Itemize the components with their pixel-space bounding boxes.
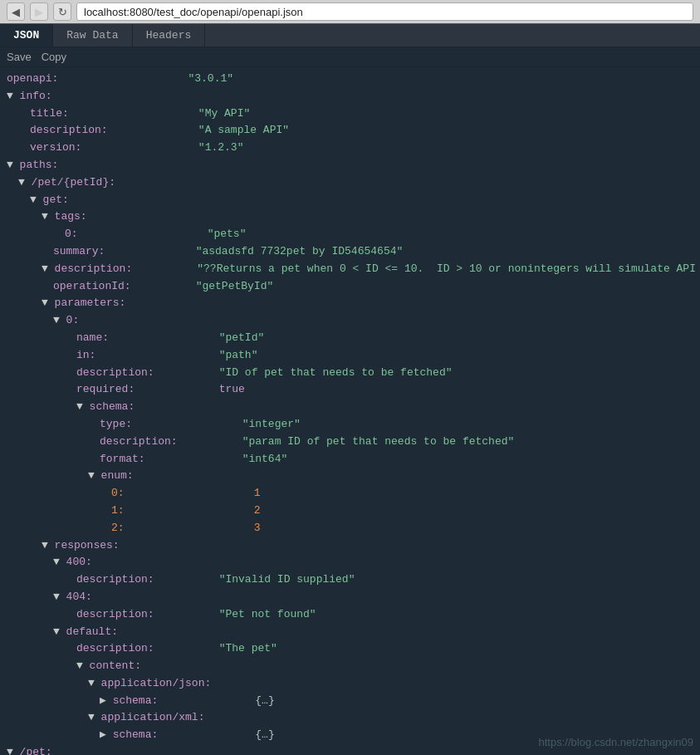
404-arrow[interactable]: ▼ [53,589,66,606]
line-param-0: ▼ 0: [7,312,693,330]
line-summary: summary: "asdadsfd 7732pet by ID54654654… [7,243,693,261]
line-responses: ▼ responses: [7,537,693,555]
app-json-schema-arrow[interactable]: ▶ [100,693,113,710]
line-info: ▼ info: [7,88,693,105]
browser-chrome: ◀ ▶ ↻ [0,0,700,24]
line-enum-0: 0: 1 [7,485,693,503]
tab-json[interactable]: JSON [0,24,53,47]
app-json-arrow[interactable]: ▼ [88,675,101,693]
line-format: format: "int64" [7,451,693,468]
line-version: version: "1.2.3" [7,140,693,157]
line-description: description: "A sample API" [7,122,693,140]
toolbar: Save Copy [0,47,700,67]
line-app-xml: ▼ application/xml: [7,709,693,727]
address-bar[interactable] [76,2,693,21]
line-param-description: description: "ID of pet that needs to be… [7,365,693,382]
tab-bar: JSON Raw Data Headers [0,24,700,47]
tags-arrow[interactable]: ▼ [42,208,55,226]
line-schema: ▼ schema: [7,399,693,416]
line-404: ▼ 404: [7,589,693,606]
line-404-description: description: "Pet not found" [7,606,693,624]
json-content: openapi: "3.0.1" ▼ info: title: "My API"… [0,67,700,755]
content-arrow[interactable]: ▼ [76,658,90,675]
pet-root-arrow[interactable]: ▼ [7,744,20,755]
line-in: in: "path" [7,347,693,365]
reload-button[interactable]: ↻ [53,2,71,21]
forward-button[interactable]: ▶ [30,2,48,21]
tab-raw-data[interactable]: Raw Data [53,24,132,47]
parameters-arrow[interactable]: ▼ [42,295,55,312]
400-arrow[interactable]: ▼ [53,554,66,571]
line-parameters: ▼ parameters: [7,295,693,312]
line-app-json: ▼ application/json: [7,675,693,693]
line-app-xml-schema: ▶ schema: {…} [7,727,693,744]
line-content: ▼ content: [7,658,693,675]
line-openapi: openapi: "3.0.1" [7,71,693,88]
app-xml-arrow[interactable]: ▼ [88,709,101,727]
app-xml-schema-arrow[interactable]: ▶ [100,727,113,744]
line-paths: ▼ paths: [7,157,693,174]
info-arrow[interactable]: ▼ [7,88,20,105]
line-400-description: description: "Invalid ID supplied" [7,571,693,589]
line-pet-root: ▼ /pet: [7,744,693,755]
param-0-arrow[interactable]: ▼ [53,312,66,330]
default-arrow[interactable]: ▼ [53,624,66,641]
petid-arrow[interactable]: ▼ [18,174,32,192]
line-400: ▼ 400: [7,554,693,571]
line-schema-description: description: "param ID of pet that needs… [7,434,693,451]
line-default: ▼ default: [7,624,693,641]
get-arrow[interactable]: ▼ [30,192,43,209]
line-app-json-schema: ▶ schema: {…} [7,693,693,710]
line-get: ▼ get: [7,192,693,209]
line-enum: ▼ enum: [7,468,693,485]
line-operationid: operationId: "getPetById" [7,278,693,296]
tab-headers[interactable]: Headers [133,24,206,47]
schema-arrow[interactable]: ▼ [76,399,90,416]
line-name: name: "petId" [7,330,693,347]
line-enum-1: 1: 2 [7,503,693,520]
line-tags: ▼ tags: [7,208,693,226]
save-button[interactable]: Save [7,51,32,63]
line-required: required: true [7,381,693,399]
enum-arrow[interactable]: ▼ [88,468,101,485]
back-button[interactable]: ◀ [7,2,25,21]
line-enum-2: 2: 3 [7,520,693,537]
line-default-description: description: "The pet" [7,640,693,658]
get-desc-arrow[interactable]: ▼ [42,261,55,278]
line-tags-0: 0: "pets" [7,226,693,243]
browser-titlebar: ◀ ▶ ↻ [0,0,700,23]
line-type: type: "integer" [7,416,693,434]
line-get-description: ▼ description: "??Returns a pet when 0 <… [7,261,693,278]
line-pet-petid: ▼ /pet/{petId}: [7,174,693,192]
paths-arrow[interactable]: ▼ [7,157,20,174]
responses-arrow[interactable]: ▼ [42,537,55,555]
line-title: title: "My API" [7,105,693,123]
copy-button[interactable]: Copy [42,51,66,63]
